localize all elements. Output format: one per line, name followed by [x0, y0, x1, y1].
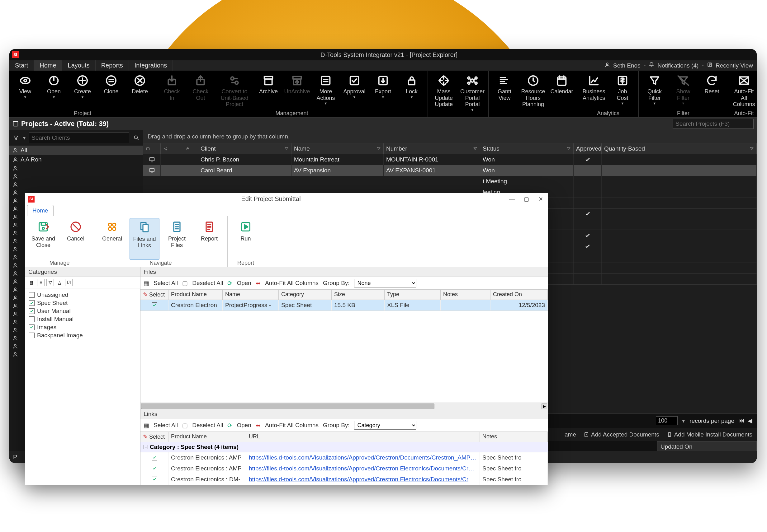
col-status[interactable]: Status: [480, 143, 573, 154]
files-scrollbar[interactable]: ◀ ▶: [140, 403, 548, 409]
unarchive-button[interactable]: UnArchive: [284, 73, 311, 110]
files-col-created[interactable]: Created On: [490, 290, 548, 300]
view-list-icon[interactable]: ≡: [37, 279, 44, 286]
files-select-all-button[interactable]: Select All: [153, 280, 178, 287]
clone-button[interactable]: Clone: [98, 73, 124, 110]
file-row[interactable]: Crestron ElectronProjectProgress -Spec S…: [140, 300, 548, 311]
link-row[interactable]: Crestron Electronics : AMPhttps://files.…: [140, 452, 548, 463]
col-approved[interactable]: Approved: [573, 143, 602, 154]
category-checkbox[interactable]: Images: [29, 323, 136, 331]
links-groupby-select[interactable]: Category: [354, 421, 416, 430]
select-all-small-icon[interactable]: ▦: [143, 280, 149, 287]
col-blank3[interactable]: [183, 143, 198, 154]
deselect-all-small-icon[interactable]: ▢: [182, 280, 188, 287]
col-number[interactable]: Number: [384, 143, 480, 154]
notifications-link[interactable]: Notifications (4): [657, 62, 699, 69]
filter-icon[interactable]: [12, 134, 20, 142]
links-deselect-all-button[interactable]: Deselect All: [192, 422, 223, 429]
tab-home[interactable]: Home: [34, 60, 62, 71]
pager-prev-icon[interactable]: ◀: [748, 417, 752, 424]
links-col-select[interactable]: ✎ Select: [140, 432, 168, 442]
tab-layouts[interactable]: Layouts: [62, 60, 96, 71]
collapse-icon[interactable]: ▽: [46, 279, 54, 286]
projectfiles-button[interactable]: ProjectFiles: [162, 218, 192, 260]
open-button[interactable]: Open▼: [40, 73, 67, 110]
table-row[interactable]: Carol BeardAV ExpansionAV EXPANSI-0001Wo…: [143, 165, 757, 176]
cancel-button[interactable]: Cancel: [61, 218, 91, 260]
files-groupby-select[interactable]: None: [354, 279, 416, 287]
links-col-notes[interactable]: Notes: [480, 432, 548, 442]
sidebar-item[interactable]: A A Ron: [9, 155, 143, 164]
links-col-product[interactable]: Product Name: [168, 432, 246, 442]
link-url[interactable]: https://files.d-tools.com/Visualizations…: [246, 474, 480, 485]
quickfilter-button[interactable]: QuickFilter▼: [641, 73, 668, 110]
col-name[interactable]: Name: [292, 143, 384, 154]
create-button[interactable]: Create▼: [69, 73, 96, 110]
lock-button[interactable]: Lock▼: [398, 73, 425, 110]
autofit-button[interactable]: Auto-FitAllColumns: [731, 73, 757, 110]
link-url[interactable]: https://files.d-tools.com/Visualizations…: [246, 463, 480, 474]
links-autofit-button[interactable]: Auto-Fit All Columns: [265, 422, 319, 429]
search-icon[interactable]: [132, 134, 140, 142]
scroll-right-icon[interactable]: ▶: [541, 404, 547, 409]
page-size-input[interactable]: [656, 416, 678, 425]
checkout-button[interactable]: CheckOut: [187, 73, 214, 110]
search-projects-input[interactable]: [673, 119, 754, 129]
files-autofit-button[interactable]: Auto-Fit All Columns: [265, 280, 319, 287]
fileslinks-button[interactable]: Files andLinks: [129, 218, 159, 260]
links-select-all-icon[interactable]: ▦: [143, 422, 149, 429]
search-clients-input[interactable]: [29, 133, 129, 143]
sidebar-item[interactable]: [9, 172, 143, 180]
links-col-url[interactable]: URL: [246, 432, 480, 442]
files-col-category[interactable]: Category: [279, 290, 332, 300]
add-accepted-button[interactable]: Add Accepted Documents: [584, 431, 659, 438]
col-blank2[interactable]: [161, 143, 183, 154]
col-qty[interactable]: Quantity-Based: [602, 143, 757, 154]
moreactions-button[interactable]: MoreActions▼: [312, 73, 339, 110]
table-row[interactable]: t Meeting: [143, 176, 757, 187]
links-autofit-icon[interactable]: ⬌: [256, 422, 261, 429]
convert-button[interactable]: Convert toUnit-BasedProject: [216, 73, 253, 110]
links-open-button[interactable]: Open: [237, 422, 251, 429]
files-deselect-all-button[interactable]: Deselect All: [192, 280, 223, 287]
recently-viewed-link[interactable]: Recently View: [716, 62, 753, 69]
sidebar-item[interactable]: [9, 164, 143, 172]
refresh-icon[interactable]: ⟳: [227, 280, 232, 287]
reset-button[interactable]: Reset: [699, 73, 725, 110]
link-row[interactable]: Crestron Electronics : DM-https://files.…: [140, 474, 548, 485]
col-blank1[interactable]: [143, 143, 161, 154]
link-row[interactable]: Crestron Electronics : AMPhttps://files.…: [140, 463, 548, 474]
category-checkbox[interactable]: Spec Sheet: [29, 299, 136, 307]
file-select[interactable]: [140, 300, 168, 310]
table-row[interactable]: Chris P. BaconMountain RetreatMOUNTAIN R…: [143, 154, 757, 165]
filter-dropdown-icon[interactable]: ▾: [23, 135, 26, 141]
sub-tab-home[interactable]: Home: [27, 205, 54, 216]
resource-button[interactable]: ResourceHoursPlanning: [520, 73, 546, 116]
expand-icon[interactable]: △: [56, 279, 63, 286]
delete-button[interactable]: Delete: [126, 73, 153, 110]
report-button[interactable]: Report: [194, 218, 224, 260]
run-button[interactable]: Run: [231, 218, 261, 260]
export-button[interactable]: Export▼: [370, 73, 396, 110]
links-group-row[interactable]: − Category : Spec Sheet (4 items): [140, 442, 548, 452]
jobcost-button[interactable]: JobCost▼: [609, 73, 636, 110]
customerportal-button[interactable]: CustomerPortalPortal▼: [459, 73, 486, 116]
links-deselect-all-icon[interactable]: ▢: [182, 422, 188, 429]
col-client[interactable]: Client: [198, 143, 292, 154]
tab-reports[interactable]: Reports: [96, 60, 129, 71]
massupdate-button[interactable]: MassUpdateUpdate: [430, 73, 457, 116]
close-button[interactable]: ✕: [533, 196, 548, 203]
view-grid-icon[interactable]: ▦: [28, 279, 35, 286]
approval-button[interactable]: Approval▼: [341, 73, 368, 110]
links-refresh-icon[interactable]: ⟳: [227, 422, 232, 429]
links-select-all-button[interactable]: Select All: [153, 422, 178, 429]
bi-button[interactable]: BusinessAnalytics: [581, 73, 607, 110]
showfilter-button[interactable]: ShowFilter▼: [670, 73, 697, 110]
sidebar-item[interactable]: [9, 180, 143, 189]
link-url[interactable]: https://files.d-tools.com/Visualizations…: [246, 452, 480, 463]
checkin-button[interactable]: CheckIn: [158, 73, 185, 110]
calendar-button[interactable]: Calendar: [548, 73, 575, 116]
pager-first-icon[interactable]: ⏮: [739, 417, 745, 424]
view-button[interactable]: View▼: [12, 73, 39, 110]
check-all-icon[interactable]: ☑: [65, 279, 72, 286]
